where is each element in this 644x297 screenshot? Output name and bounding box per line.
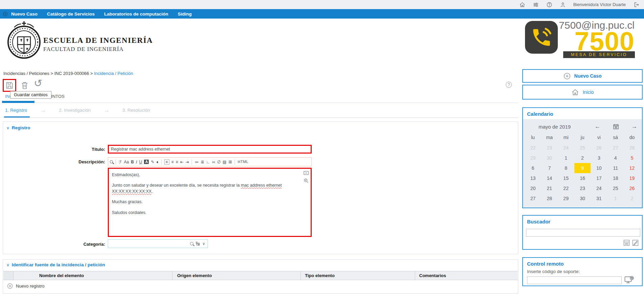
calendar-day[interactable]: 28 bbox=[541, 193, 558, 204]
editor-bullet-list-icon[interactable]: ≣ bbox=[201, 160, 204, 164]
calendar-day[interactable]: 10 bbox=[591, 163, 607, 173]
calendar-day[interactable]: 24 bbox=[558, 143, 574, 153]
calendar-day[interactable]: 1 bbox=[558, 153, 574, 163]
delete-button[interactable] bbox=[20, 81, 29, 90]
calendar-day[interactable]: 31 bbox=[591, 193, 607, 204]
nav-item-laboratorios-de-computaci-n[interactable]: Laboratorios de computación bbox=[104, 11, 168, 17]
editor-font-color-icon[interactable]: A bbox=[144, 160, 149, 164]
calendar-day[interactable]: 12 bbox=[624, 163, 640, 173]
sliders-icon[interactable] bbox=[533, 2, 539, 8]
categoria-search-icon[interactable] bbox=[190, 242, 193, 245]
calendar-day[interactable]: 8 bbox=[558, 163, 574, 173]
calendar-day[interactable]: 20 bbox=[525, 183, 541, 193]
descripcion-text[interactable]: Estimados(as),Junto con saludar y desear… bbox=[109, 169, 311, 223]
new-record-button[interactable]: Nuevo registro bbox=[7, 283, 45, 289]
calendar-next-icon[interactable]: → bbox=[631, 123, 637, 130]
calendar-day[interactable]: 1 bbox=[607, 193, 624, 204]
calendar-day[interactable]: 25 bbox=[607, 183, 624, 193]
calendar-day[interactable]: 9 bbox=[574, 163, 591, 173]
remote-desktop-icon[interactable] bbox=[624, 276, 634, 285]
calendar-day[interactable]: 5 bbox=[624, 153, 640, 163]
categoria-tree-icon[interactable] bbox=[196, 242, 200, 246]
registro-section-header[interactable]: ∨ Registro bbox=[3, 122, 518, 130]
editor-indent-icon[interactable]: ⇥ bbox=[186, 160, 189, 164]
step-1[interactable]: 1. Registro bbox=[5, 108, 27, 113]
editor-outdent-icon[interactable]: ⇤ bbox=[180, 160, 184, 164]
editor-eraser-icon[interactable]: ♦ bbox=[156, 160, 158, 164]
plus-circle-icon[interactable] bbox=[3, 11, 8, 17]
editor-html-icon[interactable]: HTML bbox=[238, 160, 248, 164]
advanced-search-icon[interactable] bbox=[632, 240, 639, 246]
calendar-icon[interactable] bbox=[613, 124, 619, 129]
editor-signature-icon[interactable]: ∟ bbox=[206, 160, 210, 164]
calendar-day[interactable]: 17 bbox=[591, 173, 607, 183]
undo-button[interactable]: ↺ bbox=[34, 78, 42, 88]
categoria-dropdown-icon[interactable]: ∨ bbox=[202, 241, 205, 246]
nuevo-caso-button[interactable]: Nuevo Caso bbox=[522, 69, 643, 83]
calendar-day[interactable]: 28 bbox=[624, 143, 640, 153]
calendar-day[interactable]: 24 bbox=[591, 183, 607, 193]
calendar-day[interactable]: 23 bbox=[574, 183, 591, 193]
calendar-day[interactable]: 13 bbox=[525, 173, 541, 183]
screenshot-icon[interactable] bbox=[304, 171, 309, 175]
calendar-day[interactable]: 19 bbox=[624, 173, 640, 183]
calendar-day[interactable]: 21 bbox=[541, 183, 558, 193]
step-2[interactable]: 2. Investigación bbox=[59, 108, 91, 113]
editor-underline-icon[interactable]: U bbox=[139, 160, 142, 164]
calendar-day[interactable]: 29 bbox=[525, 153, 541, 163]
calendar-day[interactable]: 18 bbox=[607, 173, 624, 183]
calendar-day[interactable]: 23 bbox=[541, 143, 558, 153]
calendar-day[interactable]: 26 bbox=[624, 183, 640, 193]
calendar-day[interactable]: 26 bbox=[591, 143, 607, 153]
calendar-prev-icon[interactable]: ← bbox=[595, 123, 600, 130]
results-list-icon[interactable] bbox=[623, 240, 630, 246]
calendar-day[interactable]: 3 bbox=[591, 153, 607, 163]
editor-align-center-icon[interactable]: ≡ bbox=[171, 160, 174, 164]
calendar-day[interactable]: 30 bbox=[541, 153, 558, 163]
inicio-button[interactable]: Inicio bbox=[522, 85, 643, 100]
save-button[interactable] bbox=[3, 79, 16, 92]
editor-highlight-icon[interactable]: ✎ bbox=[151, 160, 154, 164]
help-icon[interactable] bbox=[546, 2, 552, 8]
calendar-day[interactable]: 27 bbox=[607, 143, 624, 153]
calendar-day[interactable]: 2 bbox=[574, 153, 591, 163]
editor-align-left-icon[interactable]: ≡ bbox=[164, 159, 169, 165]
calendar-day[interactable]: 25 bbox=[574, 143, 591, 153]
titulo-input[interactable] bbox=[108, 145, 312, 154]
editor-unlink-icon[interactable]: ∅ bbox=[217, 160, 220, 164]
editor-bold-icon[interactable]: B bbox=[131, 160, 134, 164]
nav-item-siding[interactable]: Siding bbox=[178, 11, 192, 17]
step-3[interactable]: 3. Resolución bbox=[122, 108, 150, 113]
breadcrumb-path[interactable]: Incidencias / Peticiones > INC 2019-0000… bbox=[3, 71, 94, 76]
logout-icon[interactable] bbox=[633, 2, 639, 8]
home-icon[interactable] bbox=[519, 2, 525, 8]
editor-italic-icon[interactable]: I bbox=[136, 160, 137, 164]
calendar-day[interactable]: 4 bbox=[607, 153, 624, 163]
breadcrumb-current[interactable]: Incidencia / Petición bbox=[94, 71, 133, 76]
nav-item-cat-logo-de-servicios[interactable]: Catálogo de Servicios bbox=[47, 11, 95, 17]
calendar-day[interactable]: 27 bbox=[525, 193, 541, 204]
calendar-day[interactable]: 6 bbox=[525, 163, 541, 173]
calendar-day[interactable]: 14 bbox=[541, 173, 558, 183]
calendar-day[interactable]: 7 bbox=[541, 163, 558, 173]
nav-item-nuevo-caso[interactable]: Nuevo Caso bbox=[11, 11, 38, 17]
calendar-day[interactable]: 22 bbox=[558, 183, 574, 193]
editor-image-icon[interactable]: ▤ bbox=[223, 160, 226, 164]
editor-font-size-icon[interactable]: Aa bbox=[124, 160, 129, 164]
calendar-day[interactable]: 30 bbox=[574, 193, 591, 204]
fuente-section-header[interactable]: ∨ Identificar fuente de la incidencia / … bbox=[3, 260, 518, 267]
editor-search-icon[interactable] bbox=[110, 160, 113, 163]
calendar-day[interactable]: 2 bbox=[624, 193, 640, 204]
calendar-day[interactable]: 11 bbox=[607, 163, 624, 173]
calendar-day[interactable]: 16 bbox=[574, 173, 591, 183]
descripcion-editor[interactable]: Estimados(as),Junto con saludar y desear… bbox=[108, 168, 312, 237]
categoria-input[interactable] bbox=[108, 240, 190, 248]
editor-font-icon[interactable]: ℱ bbox=[119, 160, 122, 164]
buscador-input[interactable] bbox=[526, 229, 640, 237]
editor-table-icon[interactable]: ⊞ bbox=[229, 160, 232, 164]
support-code-input[interactable] bbox=[527, 276, 622, 284]
calendar-day[interactable]: 15 bbox=[558, 173, 574, 183]
calendar-day[interactable]: 29 bbox=[558, 193, 574, 204]
zoom-in-icon[interactable] bbox=[304, 178, 309, 183]
calendar-day[interactable]: 22 bbox=[525, 143, 541, 153]
